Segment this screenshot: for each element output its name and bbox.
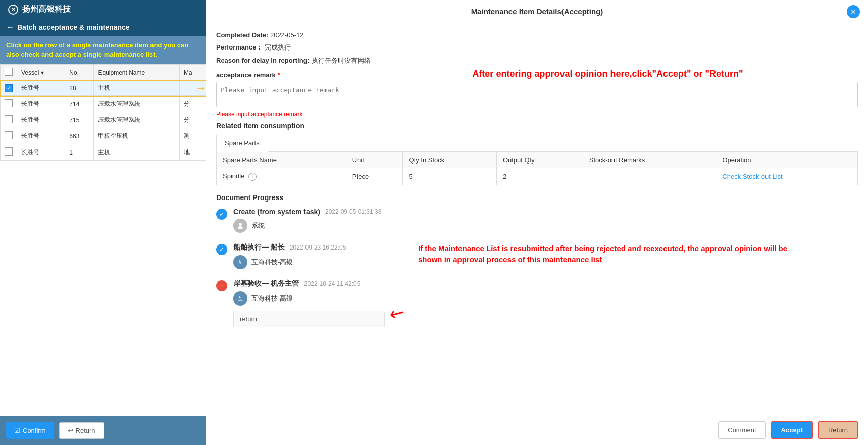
comment-button[interactable]: Comment [718, 421, 765, 439]
app-title: 扬州高银科技 [22, 4, 71, 15]
col-qty-stock: Qty In Stock [402, 152, 496, 168]
row-checkbox[interactable]: ✓ [5, 84, 13, 92]
instruction-content: Click on the row of a single maintenance… [6, 41, 188, 58]
completed-date-value: 2022-05-12 [270, 31, 304, 39]
return-icon: ↩ [68, 427, 73, 434]
row-ma: 分 [179, 96, 206, 112]
remark-hint: Please input acceptance remark [216, 111, 858, 118]
right-panel: Maintenance Item Details(Accepting) ✕ Co… [206, 0, 868, 445]
spare-parts-name-cell: Spindle i [217, 168, 346, 185]
table-row[interactable]: 长胜号 663 甲板空压机 测 [1, 128, 206, 144]
progress-check-icon-2: ✓ [216, 244, 227, 255]
row-checkbox-cell [1, 112, 17, 128]
acceptance-remark-input[interactable] [216, 82, 858, 107]
completed-date-label: Completed Date: [216, 31, 268, 39]
table-row[interactable]: 长胜号 715 压载水管理系统 分 [1, 112, 206, 128]
return-comment-text: return [233, 311, 385, 327]
spare-parts-unit-cell: Piece [346, 168, 402, 185]
spare-parts-row: Spindle i Piece 5 2 Check Stock-out List [217, 168, 858, 185]
info-icon[interactable]: i [248, 173, 257, 181]
row-ma: → [179, 81, 206, 96]
modal-header: Maintenance Item Details(Accepting) ✕ [206, 0, 868, 23]
row-ma: 测 [179, 128, 206, 144]
performance-label: Performance： [216, 43, 263, 51]
col-spare-parts-name: Spare Parts Name [217, 152, 346, 168]
col-output-qty: Output Qty [496, 152, 583, 168]
row-no: 715 [65, 112, 94, 128]
tab-spare-parts[interactable]: Spare Parts [216, 135, 268, 152]
reason-label: Reason for delay in reporting: [216, 57, 310, 64]
row-checkbox-cell [1, 128, 17, 144]
tab-spare-parts-label: Spare Parts [225, 139, 260, 147]
user-name-shore: 互海科技-高银 [251, 294, 293, 303]
row-no: 28 [65, 81, 94, 96]
back-nav-label: Batch acceptance & maintenance [17, 23, 130, 31]
reason-value: 执行任务时没有网络 [312, 57, 371, 64]
back-arrow-icon: ← [6, 23, 14, 32]
check-stockout-link[interactable]: Check Stock-out List [722, 173, 782, 180]
progress-header-vessel: 船舶执行— 船长 2022-09-23 16:22:05 [233, 243, 858, 252]
row-no: 663 [65, 128, 94, 144]
col-ma: Ma [179, 65, 206, 81]
table-row[interactable]: 长胜号 714 压载水管理系统 分 [1, 96, 206, 112]
instruction-text: Click on the row of a single maintenance… [0, 36, 206, 64]
select-all-checkbox[interactable] [5, 68, 13, 76]
return-button-modal[interactable]: Return [818, 421, 858, 439]
completed-date-row: Completed Date: 2022-05-12 [216, 31, 858, 39]
table-row[interactable]: ✓ 长胜号 28 主机 → [1, 81, 206, 96]
row-equipment: 甲板空压机 [94, 128, 179, 144]
modal-body: Completed Date: 2022-05-12 Performance： … [206, 23, 868, 415]
required-marker: * [277, 71, 280, 79]
return-button-left[interactable]: ↩ Return [59, 422, 104, 439]
row-ma: 分 [179, 112, 206, 128]
table-row[interactable]: 长胜号 1 主机 地 [1, 144, 206, 161]
progress-name-shore: 岸基验收— 机务主管 [233, 279, 299, 288]
col-no: No. [65, 65, 94, 81]
row-equipment: 主机 [94, 144, 179, 161]
modal-close-button[interactable]: ✕ [847, 5, 860, 18]
col-checkbox [1, 65, 17, 81]
confirm-button[interactable]: ☑ Confirm [6, 422, 54, 439]
spare-parts-operation-cell: Check Stock-out List [716, 168, 858, 185]
progress-content-vessel: 船舶执行— 船长 2022-09-23 16:22:05 互 互海科技-高银 [233, 243, 858, 271]
confirm-icon: ☑ [14, 427, 20, 434]
col-equipment: Equipment Name [94, 65, 179, 81]
row-checkbox-cell: ✓ [1, 81, 17, 96]
row-equipment: 压载水管理系统 [94, 96, 179, 112]
row-vessel: 长胜号 [17, 112, 65, 128]
col-operation: Operation [716, 152, 858, 168]
user-avatar-create [233, 219, 247, 233]
reason-row: Reason for delay in reporting: 执行任务时没有网络 [216, 56, 858, 65]
progress-item-create: ✓ Create (from system task) 2022-09-05 0… [216, 208, 858, 235]
svg-point-1 [238, 226, 243, 229]
user-name-create: 系统 [251, 221, 265, 230]
user-avatar-vessel: 互 [233, 255, 247, 269]
row-checkbox[interactable] [5, 115, 13, 123]
progress-date-vessel: 2022-09-23 16:22:05 [290, 244, 346, 251]
col-unit: Unit [346, 152, 402, 168]
row-vessel: 长胜号 [17, 144, 65, 161]
user-name-vessel: 互海科技-高银 [251, 258, 293, 267]
back-nav[interactable]: ← Batch acceptance & maintenance [0, 19, 206, 36]
row-vessel: 长胜号 [17, 96, 65, 112]
row-arrow-icon: → [195, 82, 206, 95]
row-checkbox[interactable] [5, 99, 13, 107]
app-header: ⊙ 扬州高银科技 [0, 0, 206, 19]
spare-parts-qty-stock-cell: 5 [402, 168, 496, 185]
spare-parts-remarks-cell [583, 168, 716, 185]
row-checkbox[interactable] [5, 147, 13, 156]
row-checkbox[interactable] [5, 131, 13, 139]
col-vessel: Vessel ▾ [17, 65, 65, 81]
row-ma: 地 [179, 144, 206, 161]
row-equipment: 主机 [94, 81, 179, 96]
progress-content-shore: 岸基验收— 机务主管 2022-10-24 11:42:05 互 互海科技-高银… [233, 279, 858, 327]
doc-progress-title: Document Progress [216, 193, 858, 202]
progress-header-shore: 岸基验收— 机务主管 2022-10-24 11:42:05 [233, 279, 858, 288]
spare-parts-output-qty-cell: 2 [496, 168, 583, 185]
accept-button[interactable]: Accept [771, 421, 813, 439]
svg-point-0 [239, 223, 242, 226]
return-label: Return [76, 427, 95, 434]
return-comment-area: return ↙ [233, 308, 858, 327]
modal-title: Maintenance Item Details(Accepting) [471, 7, 603, 16]
maintenance-table-area: Vessel ▾ No. Equipment Name Ma ✓ 长胜号 28 … [0, 64, 206, 416]
